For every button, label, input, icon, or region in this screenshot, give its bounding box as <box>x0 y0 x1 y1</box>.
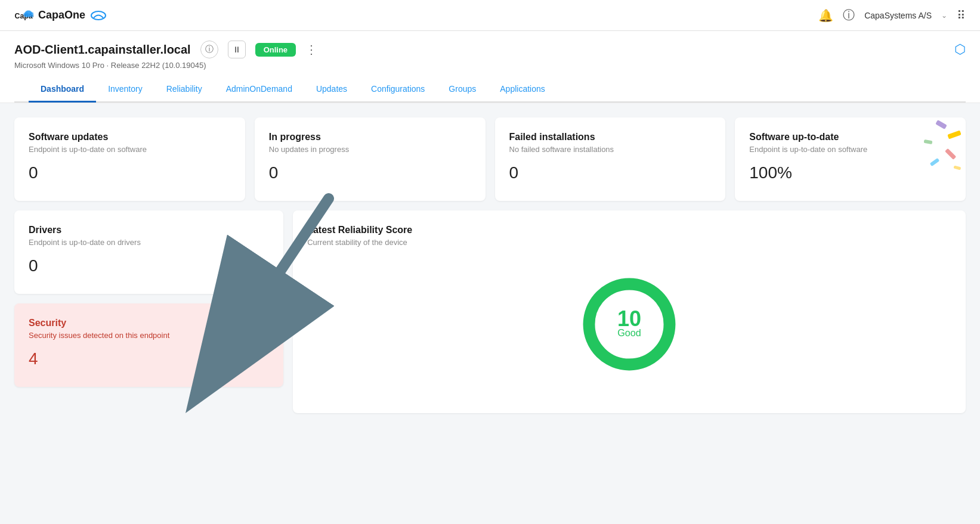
software-updates-card: Software updates Endpoint is up-to-date … <box>14 117 245 201</box>
tabs-bar: Dashboard Inventory Reliability AdminOnD… <box>14 77 966 103</box>
topbar: CapaOne CapaOne 🔔 ⓘ CapaSystems A/S ⌄ ⠿ <box>0 0 980 31</box>
topbar-right: 🔔 ⓘ CapaSystems A/S ⌄ ⠿ <box>818 7 966 23</box>
tab-configurations[interactable]: Configurations <box>359 77 437 103</box>
online-badge: Online <box>255 43 296 57</box>
cloud-logo-icon <box>90 10 107 21</box>
in-progress-subtitle: No updates in progress <box>269 145 471 154</box>
org-name: CapaSystems A/S <box>864 11 932 20</box>
failed-installations-title: Failed installations <box>509 132 712 142</box>
software-updates-title: Software updates <box>29 132 231 142</box>
bell-icon[interactable]: 🔔 <box>818 8 833 23</box>
logo-area: CapaOne CapaOne <box>14 9 107 21</box>
security-card: Security Security issues detected on thi… <box>14 303 283 387</box>
security-value: 4 <box>29 349 269 368</box>
software-uptodate-title: Software up-to-date <box>749 132 951 142</box>
security-subtitle: Security issues detected on this endpoin… <box>29 331 269 340</box>
software-uptodate-subtitle: Endpoint is up-to-date on software <box>749 145 951 154</box>
reliability-section: Latest Reliability Score Current stabili… <box>293 210 966 413</box>
donut-label-text: Good <box>617 327 641 338</box>
bottom-left-column: Drivers Endpoint is up-to-date on driver… <box>14 210 283 413</box>
svg-rect-6 <box>935 120 947 129</box>
drivers-value: 0 <box>29 256 269 275</box>
reliability-card: Latest Reliability Score Current stabili… <box>293 210 966 413</box>
in-progress-value: 0 <box>269 163 471 182</box>
expand-button[interactable]: ⬡ <box>954 42 966 57</box>
device-more-button[interactable]: ⋮ <box>305 42 317 57</box>
device-info-button[interactable]: ⓘ <box>200 41 218 58</box>
software-updates-subtitle: Endpoint is up-to-date on software <box>29 145 231 154</box>
svg-rect-11 <box>953 166 961 170</box>
failed-installations-card: Failed installations No failed software … <box>495 117 726 201</box>
security-title: Security <box>29 318 269 328</box>
drivers-subtitle: Endpoint is up-to-date on drivers <box>29 238 269 247</box>
reliability-donut: 10 Good <box>307 271 951 378</box>
tab-reliability[interactable]: Reliability <box>154 77 214 103</box>
svg-rect-4 <box>25 15 33 17</box>
main-content: Software updates Endpoint is up-to-date … <box>0 103 980 524</box>
failed-installations-subtitle: No failed software installations <box>509 145 712 154</box>
info-icon[interactable]: ⓘ <box>843 7 855 23</box>
tab-dashboard[interactable]: Dashboard <box>29 77 96 103</box>
in-progress-card: In progress No updates in progress 0 <box>255 117 486 201</box>
tab-adminondemand[interactable]: AdminOnDemand <box>214 77 304 103</box>
grid-apps-icon[interactable]: ⠿ <box>957 8 966 23</box>
logo-text: CapaOne <box>38 9 85 21</box>
device-title-row: AOD-Client1.capainstaller.local ⓘ ⏸ Onli… <box>14 41 966 58</box>
device-header: AOD-Client1.capainstaller.local ⓘ ⏸ Onli… <box>0 31 980 103</box>
org-dropdown-icon[interactable]: ⌄ <box>941 11 947 20</box>
software-uptodate-card: Software up-to-date Endpoint is up-to-da… <box>735 117 966 201</box>
bottom-row: Drivers Endpoint is up-to-date on driver… <box>14 210 966 413</box>
device-name: AOD-Client1.capainstaller.local <box>14 43 191 57</box>
reliability-title: Latest Reliability Score <box>307 225 412 235</box>
failed-installations-value: 0 <box>509 163 712 182</box>
drivers-card: Drivers Endpoint is up-to-date on driver… <box>14 210 283 294</box>
software-updates-value: 0 <box>29 163 231 182</box>
tab-applications[interactable]: Applications <box>488 77 557 103</box>
tab-inventory[interactable]: Inventory <box>96 77 154 103</box>
device-subtitle: Microsoft Windows 10 Pro · Release 22H2 … <box>14 61 966 70</box>
donut-chart-svg: 10 Good <box>576 271 683 378</box>
device-pause-button[interactable]: ⏸ <box>228 41 246 58</box>
logo-icon: CapaOne <box>14 10 33 21</box>
top-cards-row: Software updates Endpoint is up-to-date … <box>14 117 966 201</box>
tab-updates[interactable]: Updates <box>304 77 359 103</box>
drivers-title: Drivers <box>29 225 269 235</box>
software-uptodate-value: 100% <box>749 163 951 182</box>
tab-groups[interactable]: Groups <box>437 77 488 103</box>
in-progress-title: In progress <box>269 132 471 142</box>
reliability-subtitle: Current stability of the device <box>307 238 407 247</box>
